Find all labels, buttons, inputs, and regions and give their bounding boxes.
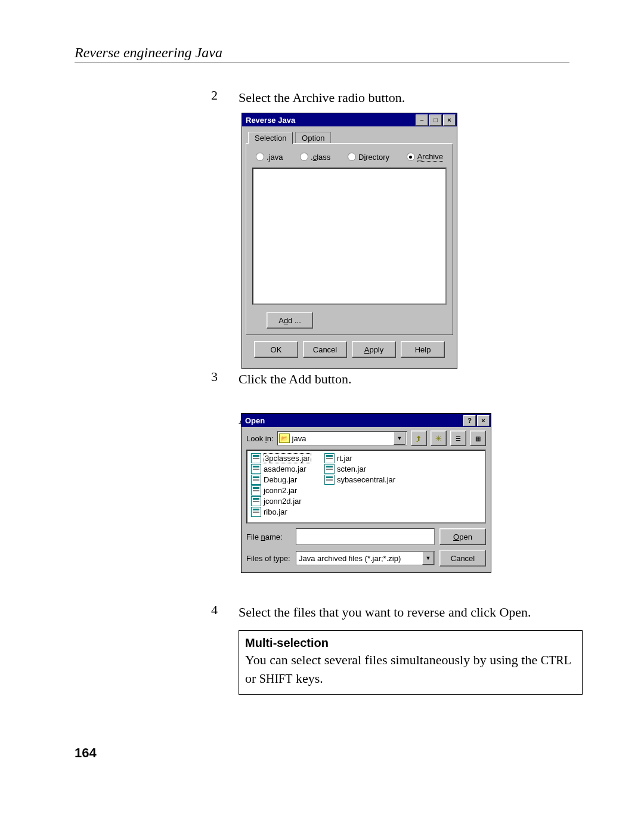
radio-icon bbox=[256, 153, 264, 161]
lookin-combo[interactable]: 📂 java ▼ bbox=[277, 431, 407, 445]
maximize-icon[interactable]: □ bbox=[429, 114, 442, 126]
file-item[interactable]: scten.jar bbox=[324, 464, 395, 473]
file-item[interactable]: jconn2.jar bbox=[251, 485, 311, 495]
tab-option[interactable]: Option bbox=[295, 132, 331, 144]
radio-archive[interactable]: Archive bbox=[407, 152, 443, 162]
tab-panel: .java .class Directory Archive bbox=[246, 143, 453, 335]
open-folder-icon: 📂 bbox=[279, 433, 290, 443]
minimize-icon[interactable]: – bbox=[416, 114, 428, 126]
file-icon bbox=[324, 475, 335, 485]
filename-input[interactable] bbox=[296, 528, 435, 545]
open-button[interactable]: Open bbox=[439, 528, 486, 545]
file-item[interactable]: rt.jar bbox=[324, 453, 395, 463]
help-button[interactable]: Help bbox=[401, 341, 445, 358]
file-icon bbox=[251, 485, 261, 496]
radio-label: .class bbox=[311, 153, 330, 162]
step-number-4: 4 bbox=[200, 602, 218, 618]
note-box: Multi-selection You can select several f… bbox=[239, 630, 583, 695]
radio-label: Archive bbox=[417, 152, 443, 162]
ok-button[interactable]: OK bbox=[254, 341, 298, 358]
close-icon[interactable]: × bbox=[443, 114, 456, 126]
step-number-3: 3 bbox=[200, 369, 218, 385]
open-title: Open bbox=[245, 416, 265, 425]
file-icon bbox=[251, 453, 261, 463]
details-view-icon[interactable]: ▦ bbox=[470, 431, 486, 446]
tabs: Selection Option bbox=[246, 129, 453, 143]
step-number-2: 2 bbox=[200, 88, 218, 103]
file-item[interactable]: jconn2d.jar bbox=[251, 496, 311, 506]
file-icon bbox=[251, 475, 261, 485]
file-name: asademo.jar bbox=[264, 465, 306, 473]
file-name: scten.jar bbox=[337, 465, 366, 473]
file-icon bbox=[324, 464, 335, 474]
note-title: Multi-selection bbox=[245, 634, 576, 651]
file-item[interactable]: 3pclasses.jar bbox=[251, 453, 311, 463]
open-dialog: Open ? × Look in: 📂 java ▼ ⮭ ✳ ☰ ▦ 3pcla… bbox=[241, 413, 491, 573]
radio-icon-selected bbox=[407, 153, 415, 161]
note-body: You can select several files simultaneou… bbox=[245, 651, 576, 688]
add-button[interactable]: Add ... bbox=[267, 312, 313, 329]
dropdown-arrow-icon[interactable]: ▼ bbox=[394, 432, 405, 445]
apply-button[interactable]: Apply bbox=[352, 341, 396, 358]
file-icon bbox=[324, 453, 335, 463]
header-rule bbox=[75, 63, 569, 63]
open-titlebar: Open ? × bbox=[242, 414, 491, 427]
file-list-pane[interactable]: 3pclasses.jar asademo.jar Debug.jar jcon… bbox=[246, 450, 486, 524]
radio-class[interactable]: .class bbox=[300, 152, 330, 162]
file-name: ribo.jar bbox=[264, 507, 287, 516]
new-folder-icon[interactable]: ✳ bbox=[431, 431, 447, 446]
cancel-button[interactable]: Cancel bbox=[439, 550, 486, 566]
radio-icon bbox=[300, 153, 308, 161]
filename-label: File name: bbox=[246, 532, 291, 541]
file-name: jconn2d.jar bbox=[264, 497, 302, 506]
radio-java[interactable]: .java bbox=[256, 152, 283, 162]
filetype-combo[interactable]: Java archived files (*.jar;*.zip) ▼ bbox=[296, 551, 435, 565]
file-icon bbox=[251, 496, 261, 506]
filetype-value: Java archived files (*.jar;*.zip) bbox=[296, 552, 422, 565]
dialog-title: Reverse Java bbox=[246, 116, 295, 125]
file-icon bbox=[251, 464, 261, 474]
file-item[interactable]: sybasecentral.jar bbox=[324, 475, 395, 484]
cancel-button[interactable]: Cancel bbox=[303, 341, 347, 358]
step-text-2: Select the Archive radio button. bbox=[239, 88, 620, 108]
page-header: Reverse engineering Java bbox=[75, 45, 569, 61]
filetype-label: Files of type: bbox=[246, 554, 291, 563]
file-name: sybasecentral.jar bbox=[337, 475, 395, 484]
up-one-level-icon[interactable]: ⮭ bbox=[411, 431, 427, 446]
page-number: 164 bbox=[75, 745, 97, 761]
selection-listbox[interactable] bbox=[252, 168, 447, 305]
dialog-titlebar: Reverse Java – □ × bbox=[242, 113, 457, 126]
file-name: 3pclasses.jar bbox=[264, 453, 311, 463]
radio-directory[interactable]: Directory bbox=[348, 152, 389, 162]
list-view-icon[interactable]: ☰ bbox=[450, 431, 466, 446]
help-icon[interactable]: ? bbox=[463, 415, 476, 426]
lookin-value: java bbox=[292, 434, 391, 443]
step-text-line1: Click the Add button. bbox=[239, 371, 351, 386]
tab-selection[interactable]: Selection bbox=[248, 132, 293, 144]
radio-label: .java bbox=[267, 153, 283, 162]
file-item[interactable]: asademo.jar bbox=[251, 464, 311, 473]
step-text-4: Select the files that you want to revers… bbox=[239, 602, 620, 623]
close-icon[interactable]: × bbox=[477, 415, 490, 426]
radio-icon bbox=[348, 153, 356, 161]
radio-label: Directory bbox=[358, 153, 389, 162]
dropdown-arrow-icon[interactable]: ▼ bbox=[422, 552, 434, 565]
file-icon bbox=[251, 507, 261, 517]
file-item[interactable]: Debug.jar bbox=[251, 475, 311, 484]
file-name: jconn2.jar bbox=[264, 486, 297, 495]
reverse-java-dialog: Reverse Java – □ × Selection Option .jav… bbox=[242, 113, 457, 369]
file-item[interactable]: ribo.jar bbox=[251, 507, 311, 516]
file-name: Debug.jar bbox=[264, 475, 297, 484]
file-name: rt.jar bbox=[337, 454, 352, 463]
lookin-label: Look in: bbox=[246, 434, 274, 443]
